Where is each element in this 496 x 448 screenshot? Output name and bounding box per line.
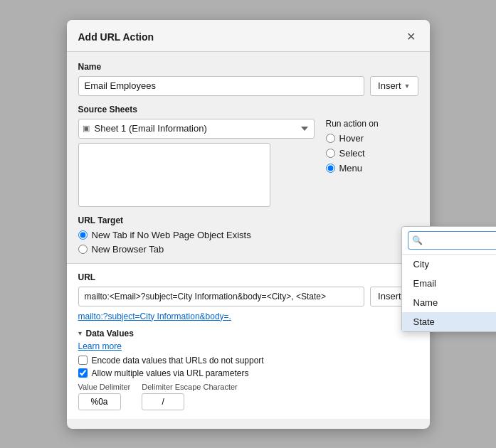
dropdown-item-email[interactable]: Email xyxy=(402,274,497,293)
url-preview-link[interactable]: mailto:?subject=City Information&body=. xyxy=(78,311,231,321)
run-menu-option[interactable]: Menu xyxy=(326,163,418,174)
escape-char-input[interactable] xyxy=(142,393,184,410)
value-delimiter-label: Value Delimiter xyxy=(78,383,131,391)
new-tab-if-label: New Tab if No Web Page Object Exists xyxy=(92,230,251,240)
run-action-radio-group: Hover Select Menu xyxy=(326,133,418,174)
run-hover-option[interactable]: Hover xyxy=(326,133,418,144)
name-insert-button[interactable]: Insert ▼ xyxy=(370,76,418,96)
url-target-label: URL Target xyxy=(78,215,418,225)
dialog-body: Name Insert ▼ Source Sheets ▣ Sheet 1 (E… xyxy=(67,52,430,429)
source-sheets-label: Source Sheets xyxy=(78,105,418,114)
value-delimiter-group: Value Delimiter xyxy=(78,383,131,410)
hover-radio[interactable] xyxy=(326,134,335,143)
allow-multiple-checkbox-row[interactable]: Allow multiple values via URL parameters xyxy=(78,368,418,378)
new-browser-tab-option[interactable]: New Browser Tab xyxy=(78,244,418,255)
sheet-select[interactable]: Sheet 1 (Email Information) xyxy=(78,119,315,139)
insert-label: Insert xyxy=(378,80,401,91)
encode-data-checkbox[interactable] xyxy=(78,356,88,365)
run-select-option[interactable]: Select xyxy=(326,148,418,159)
escape-char-group: Delimiter Escape Character xyxy=(142,383,238,410)
encode-data-label: Encode data values that URLs do not supp… xyxy=(92,356,264,366)
name-row: Insert ▼ xyxy=(78,76,418,96)
menu-radio[interactable] xyxy=(326,164,335,173)
name-label: Name xyxy=(78,62,418,72)
new-browser-tab-radio[interactable] xyxy=(78,245,88,254)
new-tab-if-option[interactable]: New Tab if No Web Page Object Exists xyxy=(78,230,418,240)
dropdown-item-state[interactable]: State xyxy=(402,312,497,331)
dropdown-item-city[interactable]: City xyxy=(402,255,497,274)
url-label: URL xyxy=(78,272,418,282)
source-area xyxy=(78,143,270,207)
chevron-down-icon: ▾ xyxy=(78,329,82,337)
menu-label: Menu xyxy=(339,163,363,174)
new-browser-tab-label: New Browser Tab xyxy=(92,244,164,255)
url-target-options: New Tab if No Web Page Object Exists New… xyxy=(78,230,418,255)
data-values-section: ▾ Data Values Learn more Encode data val… xyxy=(78,329,418,410)
escape-char-label: Delimiter Escape Character xyxy=(142,383,238,391)
hover-label: Hover xyxy=(339,133,364,144)
sheet-icon: ▣ xyxy=(83,124,90,133)
sheet-select-wrapper: ▣ Sheet 1 (Email Information) xyxy=(78,119,315,139)
close-button[interactable]: ✕ xyxy=(403,30,418,44)
insert-dropdown: 🔍 City Email Name State xyxy=(401,226,497,332)
source-section: Source Sheets ▣ Sheet 1 (Email Informati… xyxy=(78,105,418,207)
run-action-section: Run action on Hover Select Menu xyxy=(326,119,418,174)
data-values-label: Data Values xyxy=(86,329,134,338)
add-url-action-dialog: Add URL Action ✕ Name Insert ▼ Source Sh… xyxy=(67,20,430,429)
url-insert-label: Insert xyxy=(378,291,401,302)
select-radio[interactable] xyxy=(326,149,335,158)
url-section: URL Insert ▼ mailto:?subject=City Inform… xyxy=(67,263,430,419)
encode-data-checkbox-row[interactable]: Encode data values that URLs do not supp… xyxy=(78,356,418,366)
source-row: ▣ Sheet 1 (Email Information) Run action… xyxy=(78,119,418,207)
dropdown-item-name[interactable]: Name xyxy=(402,293,497,312)
url-input[interactable] xyxy=(78,287,365,306)
data-values-header: ▾ Data Values xyxy=(78,329,418,338)
insert-caret-icon: ▼ xyxy=(404,82,411,90)
allow-multiple-checkbox[interactable] xyxy=(78,368,88,378)
url-target-section: URL Target New Tab if No Web Page Object… xyxy=(78,215,418,255)
search-icon: 🔍 xyxy=(412,235,423,245)
dialog-header: Add URL Action ✕ xyxy=(67,20,430,52)
allow-multiple-label: Allow multiple values via URL parameters xyxy=(92,368,249,378)
select-label: Select xyxy=(339,148,365,159)
run-action-label: Run action on xyxy=(326,119,418,129)
dropdown-search-area: 🔍 xyxy=(402,227,497,255)
source-left: ▣ Sheet 1 (Email Information) xyxy=(78,119,315,207)
value-delimiter-input[interactable] xyxy=(78,393,121,410)
new-tab-if-radio[interactable] xyxy=(78,230,88,240)
url-input-row: Insert ▼ xyxy=(78,287,418,306)
learn-more-link[interactable]: Learn more xyxy=(78,341,418,351)
delimiter-row: Value Delimiter Delimiter Escape Charact… xyxy=(78,383,418,410)
name-input[interactable] xyxy=(78,76,365,96)
dialog-title: Add URL Action xyxy=(78,31,154,43)
search-wrapper: 🔍 xyxy=(408,231,497,250)
